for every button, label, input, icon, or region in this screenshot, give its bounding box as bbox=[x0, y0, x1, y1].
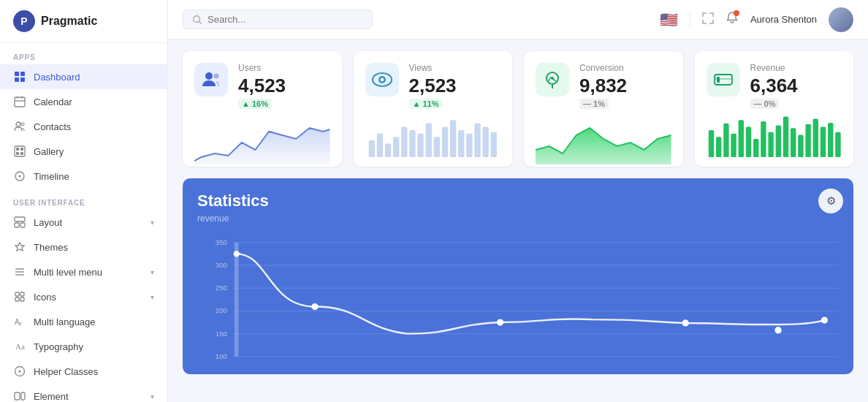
svg-rect-45 bbox=[393, 137, 399, 157]
revenue-chart bbox=[707, 113, 842, 167]
sidebar-item-dashboard[interactable]: Dashboard bbox=[0, 64, 167, 89]
sidebar-item-typography[interactable]: Aa Typography bbox=[0, 334, 167, 359]
svg-rect-47 bbox=[409, 130, 415, 157]
svg-rect-54 bbox=[466, 134, 472, 157]
svg-rect-12 bbox=[20, 148, 23, 151]
sidebar-item-helper-classes-label: Helper Classes bbox=[34, 366, 98, 377]
stat-card-users-top: Users 4,523 ▲ 16% bbox=[194, 63, 330, 109]
user-avatar-image bbox=[829, 7, 853, 32]
svg-rect-3 bbox=[20, 77, 25, 82]
multi-language-icon: Az bbox=[13, 315, 26, 328]
stat-card-revenue: Revenue 6,364 — 0% bbox=[695, 51, 854, 167]
sidebar-item-gallery[interactable]: Gallery bbox=[0, 139, 167, 164]
sidebar-item-calendar[interactable]: Calendar bbox=[0, 89, 167, 114]
revenue-value: 6,364 bbox=[750, 75, 842, 97]
search-input[interactable] bbox=[208, 14, 354, 25]
svg-point-59 bbox=[551, 77, 554, 80]
stat-card-conversion: Conversion 9,832 — 1% bbox=[524, 51, 683, 167]
typography-icon: Aa bbox=[13, 340, 26, 353]
settings-gear-button[interactable]: ⚙ bbox=[818, 189, 843, 213]
svg-rect-80 bbox=[835, 132, 840, 157]
svg-rect-2 bbox=[15, 77, 19, 82]
sidebar-item-multi-level[interactable]: Multi level menu ▾ bbox=[0, 259, 167, 284]
user-avatar bbox=[829, 7, 853, 32]
sidebar-item-contacts[interactable]: Contacts bbox=[0, 114, 167, 139]
conversion-badge: — 1% bbox=[579, 99, 609, 109]
sidebar-section-ui: User interface bbox=[0, 189, 167, 210]
revenue-label: Revenue bbox=[750, 63, 842, 73]
icons-chevron: ▾ bbox=[151, 293, 154, 301]
svg-rect-19 bbox=[20, 223, 25, 227]
revenue-card-icon bbox=[707, 63, 740, 96]
svg-rect-11 bbox=[16, 148, 19, 151]
views-label: Views bbox=[409, 63, 501, 73]
svg-rect-52 bbox=[449, 120, 455, 157]
svg-rect-1 bbox=[20, 72, 25, 76]
sidebar-item-calendar-label: Calendar bbox=[34, 96, 72, 107]
stat-card-views: Views 2,523 ▲ 11% bbox=[354, 51, 513, 167]
sidebar-item-icons[interactable]: Icons ▾ bbox=[0, 284, 167, 309]
svg-text:100: 100 bbox=[216, 352, 228, 360]
statistics-chart-card: Statistics revenue ⚙ 350 300 250 200 150… bbox=[183, 178, 853, 374]
contacts-icon bbox=[13, 120, 26, 133]
sidebar-item-layout-label: Layout bbox=[34, 217, 62, 228]
sidebar: P Pragmatic Apps Dashboard Calendar Cont… bbox=[0, 0, 168, 402]
svg-rect-42 bbox=[368, 140, 374, 157]
sidebar-item-layout[interactable]: Layout ▾ bbox=[0, 210, 167, 235]
svg-rect-61 bbox=[717, 77, 720, 83]
svg-line-36 bbox=[199, 21, 202, 24]
svg-text:150: 150 bbox=[216, 330, 228, 338]
svg-rect-26 bbox=[15, 297, 19, 301]
svg-rect-70 bbox=[761, 121, 766, 157]
svg-rect-33 bbox=[15, 392, 20, 400]
svg-rect-71 bbox=[768, 132, 773, 157]
svg-rect-10 bbox=[15, 146, 25, 156]
svg-rect-57 bbox=[490, 132, 496, 157]
svg-text:250: 250 bbox=[216, 284, 228, 292]
svg-rect-56 bbox=[482, 126, 488, 157]
sidebar-item-timeline[interactable]: Timeline bbox=[0, 164, 167, 189]
svg-rect-79 bbox=[828, 123, 833, 157]
sidebar-item-multi-level-label: Multi level menu bbox=[34, 267, 102, 278]
svg-rect-4 bbox=[15, 97, 25, 107]
statistics-svg: 350 300 250 200 150 100 bbox=[197, 235, 839, 374]
layout-chevron: ▾ bbox=[151, 219, 154, 227]
views-chart bbox=[365, 113, 501, 167]
svg-rect-17 bbox=[15, 217, 25, 221]
svg-rect-0 bbox=[15, 72, 19, 76]
sidebar-item-themes[interactable]: Themes bbox=[0, 235, 167, 259]
sidebar-item-element[interactable]: Element ▾ bbox=[0, 384, 167, 402]
svg-rect-68 bbox=[745, 126, 750, 157]
logo-icon: P bbox=[13, 10, 35, 32]
svg-rect-63 bbox=[708, 130, 713, 157]
svg-marker-20 bbox=[15, 243, 24, 251]
sidebar-item-contacts-label: Contacts bbox=[34, 121, 71, 132]
svg-rect-18 bbox=[15, 223, 19, 227]
search-icon bbox=[192, 15, 202, 25]
svg-rect-43 bbox=[376, 134, 382, 157]
sidebar-logo: P Pragmatic bbox=[0, 0, 167, 43]
statistics-title: Statistics bbox=[197, 191, 839, 211]
logo-text: Pragmatic bbox=[41, 15, 97, 28]
svg-rect-78 bbox=[820, 126, 825, 157]
gallery-icon bbox=[13, 145, 26, 158]
sidebar-item-gallery-label: Gallery bbox=[34, 146, 64, 157]
svg-rect-69 bbox=[753, 139, 758, 157]
sidebar-item-multi-language[interactable]: Az Multi language bbox=[0, 309, 167, 334]
svg-rect-27 bbox=[20, 297, 24, 301]
stat-card-users-info: Users 4,523 ▲ 16% bbox=[238, 63, 330, 109]
svg-point-95 bbox=[312, 304, 318, 310]
svg-point-41 bbox=[380, 78, 384, 82]
notification-bell[interactable] bbox=[726, 11, 739, 28]
header-divider bbox=[690, 12, 690, 27]
sidebar-item-helper-classes[interactable]: Helper Classes bbox=[0, 359, 167, 384]
svg-rect-24 bbox=[15, 292, 19, 296]
stat-card-revenue-info: Revenue 6,364 — 0% bbox=[750, 63, 842, 109]
svg-text:300: 300 bbox=[216, 261, 228, 269]
svg-point-94 bbox=[234, 251, 239, 257]
svg-point-8 bbox=[16, 122, 20, 126]
icons-icon bbox=[13, 290, 26, 303]
search-box[interactable] bbox=[183, 10, 373, 29]
sidebar-item-element-label: Element bbox=[34, 391, 69, 402]
expand-icon[interactable] bbox=[702, 12, 714, 27]
